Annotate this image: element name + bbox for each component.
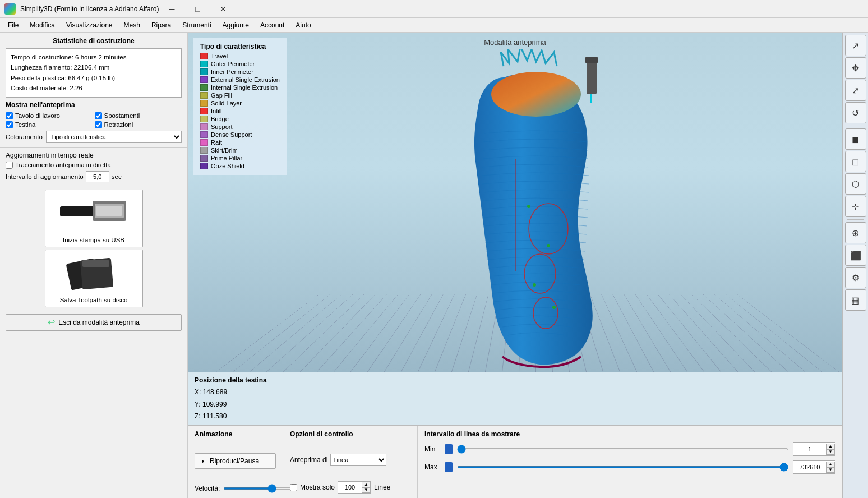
select-tool[interactable]: ↗: [845, 35, 866, 56]
perspective-view[interactable]: ⬡: [845, 173, 866, 195]
menu-item-aggiunte[interactable]: Aggiunte: [217, 20, 255, 31]
legend-item: External Single Extrusion: [200, 76, 280, 83]
position-info: Posizione della testina X: 148.689 Y: 10…: [195, 375, 307, 423]
build-time: Tempo di costruzione: 6 hours 2 minutes: [11, 52, 177, 62]
menu-item-mesh[interactable]: Mesh: [118, 20, 146, 31]
live-preview-checkbox[interactable]: [6, 162, 13, 169]
lines-spin-down[interactable]: ▼: [362, 487, 371, 493]
max-range-input[interactable]: [793, 461, 826, 473]
move-tool[interactable]: ✥: [845, 57, 866, 79]
rotate-tool[interactable]: ↺: [845, 102, 866, 123]
legend-item-label: Raft: [211, 139, 222, 146]
max-spin-down[interactable]: ▼: [826, 467, 835, 473]
legend-item-label: Dense Support: [211, 131, 252, 138]
checkbox-testina[interactable]: [6, 121, 13, 128]
plastic-weight: Peso della plastica: 66.47 g (0.15 lb): [11, 73, 177, 83]
show-only-checkbox[interactable]: [290, 484, 297, 491]
checkbox-tavolo-di-lavoro[interactable]: [6, 112, 13, 119]
max-spin-up[interactable]: ▲: [826, 462, 835, 467]
legend-color-box: [200, 84, 208, 91]
svg-rect-8: [585, 57, 598, 63]
checkbox-label: Spostamenti: [104, 112, 140, 119]
maximize-button[interactable]: □: [184, 0, 210, 18]
grid-tool[interactable]: ▦: [845, 289, 866, 311]
wireframe-view[interactable]: ◻: [845, 151, 866, 172]
legend-item: Gap Fill: [200, 92, 280, 99]
legend-color-box: [200, 108, 208, 114]
viewport-canvas[interactable]: Modalità anteprima Tipo di caratteristic…: [188, 33, 842, 372]
min-spin-down[interactable]: ▼: [826, 449, 835, 455]
legend-panel: Tipo di caratteristica TravelOuter Perim…: [193, 38, 287, 175]
interval-input[interactable]: 5,0: [86, 171, 109, 182]
legend-item: Dense Support: [200, 131, 280, 138]
zoom-tool[interactable]: ⊕: [845, 222, 866, 243]
checkbox-retrazioni[interactable]: [95, 121, 102, 128]
legend-item: Ooze Shield: [200, 163, 280, 169]
max-range-slider[interactable]: [457, 466, 788, 468]
checkbox-item: Tavolo di lavoro: [6, 112, 93, 119]
svg-point-5: [533, 283, 536, 287]
menu-item-visualizzazione[interactable]: Visualizzazione: [61, 20, 118, 31]
color-dropdown[interactable]: Tipo di caratteristica: [46, 131, 182, 143]
menu-item-file[interactable]: File: [2, 20, 24, 31]
window-controls: ─ □ ✕: [159, 0, 236, 18]
legend-color-box: [200, 53, 208, 59]
solid-view[interactable]: ◼: [845, 128, 866, 150]
control-section: Opzioni di controllo Anteprima di Linea …: [283, 426, 418, 498]
legend-color-box: [200, 123, 208, 130]
usb-print-button[interactable]: Inizia stampa su USB: [45, 190, 143, 247]
legend-color-box: [200, 76, 208, 83]
checkbox-label: Retrazioni: [104, 121, 133, 128]
menu-item-aiuto[interactable]: Aiuto: [290, 20, 316, 31]
axis-tool[interactable]: ⊹: [845, 196, 866, 217]
legend-item: Prime Pillar: [200, 155, 280, 162]
position-title: Posizione della testina: [195, 375, 307, 387]
legend-color-box: [200, 139, 208, 146]
toolbar-separator: [847, 219, 864, 220]
action-buttons: Inizia stampa su USB Salva Toolpath su d…: [0, 186, 187, 311]
menu-item-modifica[interactable]: Modifica: [24, 20, 61, 31]
min-spin-up[interactable]: ▲: [826, 444, 835, 449]
lines-label: Linee: [374, 483, 390, 491]
legend-color-box: [200, 163, 208, 169]
settings-tool[interactable]: ⚙: [845, 267, 866, 288]
close-button[interactable]: ✕: [210, 0, 236, 18]
min-indicator: [445, 444, 453, 454]
box-select[interactable]: ⬛: [845, 245, 866, 266]
usb-button-label: Inizia stampa su USB: [63, 237, 124, 243]
lines-row: Mostra solo ▲ ▼ Linee: [290, 481, 410, 494]
play-pause-button[interactable]: ⏯ Riproduci/Pausa: [195, 453, 276, 469]
exit-preview-button[interactable]: ↩ Esci da modalità anteprima: [6, 314, 182, 331]
legend-item-label: Internal Single Extrusion: [211, 84, 278, 91]
menu-item-strumenti[interactable]: Strumenti: [177, 20, 216, 31]
toolbar-separator: [847, 126, 864, 126]
right-toolbar: ↗✥⤢↺◼◻⬡⊹⊕⬛⚙▦: [842, 33, 868, 498]
max-range-row: Max ▲ ▼: [424, 460, 835, 474]
svg-point-4: [547, 244, 550, 247]
min-range-slider[interactable]: [457, 448, 788, 450]
legend-item: Skirt/Brim: [200, 147, 280, 154]
stats-box: Tempo di costruzione: 6 hours 2 minutes …: [6, 48, 182, 98]
play-pause-label: Riproduci/Pausa: [210, 457, 259, 465]
preview-label: Anteprima di: [290, 456, 327, 464]
preview-section-title: Mostra nell'anteprima: [6, 101, 182, 109]
model-top: [491, 72, 581, 117]
interval-label: Intervallo di aggiornamento: [6, 173, 84, 180]
checkbox-spostamenti[interactable]: [95, 112, 102, 119]
range-section: Intervallo di linea da mostrare Min ▲ ▼ …: [418, 426, 842, 498]
lines-spin-up[interactable]: ▲: [362, 482, 371, 487]
legend-item: Travel: [200, 53, 280, 59]
menu-item-account[interactable]: Account: [255, 20, 290, 31]
exit-arrow-icon: ↩: [48, 317, 55, 328]
lines-count-input[interactable]: [338, 482, 362, 493]
sd-save-button[interactable]: Salva Toolpath su disco: [45, 250, 143, 307]
scale-tool[interactable]: ⤢: [845, 80, 866, 101]
menu-item-ripara[interactable]: Ripara: [146, 20, 177, 31]
minimize-button[interactable]: ─: [159, 0, 184, 18]
legend-item: Outer Perimeter: [200, 61, 280, 67]
interval-unit: sec: [112, 173, 122, 180]
preview-type-dropdown[interactable]: Linea: [330, 454, 386, 466]
min-range-input[interactable]: [793, 443, 826, 455]
legend-item: Infill: [200, 108, 280, 114]
app-title: Simplify3D (Fornito in licenza a Adriano…: [20, 5, 159, 13]
